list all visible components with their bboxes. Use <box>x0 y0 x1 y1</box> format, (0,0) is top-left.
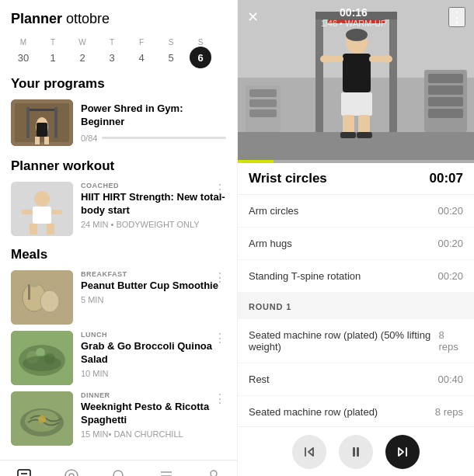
week-day-sat[interactable]: S 5 <box>159 38 183 68</box>
video-timer-area: 00:16 1/46 • WARM-UP <box>321 6 387 28</box>
svg-rect-15 <box>51 210 62 214</box>
meal-tag-lunch: LUNCH <box>81 331 226 339</box>
week-day-wed[interactable]: W 2 <box>70 38 95 68</box>
exercise-value-tspine: 00:20 <box>437 270 463 282</box>
left-panel: Planner ottobre M 30 T 1 W 2 T 3 F <box>0 0 237 476</box>
svg-rect-56 <box>428 109 463 118</box>
meal-thumbnail-lunch <box>11 331 73 385</box>
video-progress-fill <box>238 160 274 163</box>
svg-rect-4 <box>30 109 54 111</box>
exercise-row-tspine[interactable]: Standing T-spine rotation 00:20 <box>238 260 474 293</box>
workout-info: COACHED HIIT HIRT Strength: New total-bo… <box>81 182 226 229</box>
video-area: ✕ 00:16 1/46 • WARM-UP ⋮ <box>238 0 474 163</box>
week-day-sun[interactable]: S 6 <box>188 38 213 68</box>
svg-rect-7 <box>35 137 40 144</box>
workout-meta: 24 MIN • BODYWEIGHT ONLY <box>81 220 226 229</box>
exercise-row-arm-hugs[interactable]: Arm hugs 00:20 <box>238 228 474 260</box>
exercise-value-arm-hugs: 00:20 <box>437 238 463 249</box>
svg-point-38 <box>113 471 123 476</box>
svg-point-21 <box>30 281 39 287</box>
progress-label: 0/84 <box>81 134 97 143</box>
nav-explore[interactable]: Explore <box>95 468 142 476</box>
svg-point-66 <box>320 55 329 63</box>
meal-info-lunch: LUNCH Grab & Go Broccoli Quinoa Salad 10… <box>81 331 226 378</box>
meal-meta-breakfast: 5 MIN <box>81 295 226 304</box>
meal-info-dinner: DINNER Weeknight Pesto & Ricotta Spaghet… <box>81 391 226 439</box>
week-day-mon[interactable]: M 30 <box>11 38 36 68</box>
meal-name-lunch: Grab & Go Broccoli Quinoa Salad <box>81 340 226 367</box>
svg-rect-47 <box>238 132 474 163</box>
exercise-name-seated-row-1: Seated machine row (plated) (50% lifting… <box>249 329 438 353</box>
svg-rect-53 <box>428 74 463 83</box>
video-timer: 00:16 <box>340 6 368 19</box>
exercise-name-arm-circles: Arm circles <box>249 205 298 217</box>
next-button[interactable] <box>385 435 420 469</box>
svg-rect-14 <box>22 210 33 214</box>
nav-planner[interactable]: Planner <box>0 468 47 476</box>
exercise-row-seated-row-1[interactable]: Seated machine row (plated) (50% lifting… <box>238 319 474 363</box>
video-more-button[interactable]: ⋮ <box>448 7 465 27</box>
meal-thumbnail-dinner <box>11 391 73 446</box>
svg-point-67 <box>383 55 392 63</box>
workout-menu-icon[interactable]: ⋮ <box>214 182 226 196</box>
meal-menu-icon-dinner[interactable]: ⋮ <box>214 391 226 406</box>
svg-rect-11 <box>33 207 51 224</box>
week-day-fri[interactable]: F 4 <box>129 38 154 68</box>
svg-rect-71 <box>340 132 356 138</box>
program-info: Power Shred in Gym: Beginner 0/84 <box>81 102 226 143</box>
programs-nav-icon <box>64 468 79 476</box>
svg-point-10 <box>34 191 50 207</box>
meal-card-lunch[interactable]: LUNCH Grab & Go Broccoli Quinoa Salad 10… <box>11 331 226 385</box>
meal-thumbnail-breakfast <box>11 270 73 325</box>
app-container: Planner ottobre M 30 T 1 W 2 T 3 F <box>0 0 474 476</box>
meal-menu-icon-breakfast[interactable]: ⋮ <box>214 270 226 285</box>
program-card[interactable]: Power Shred in Gym: Beginner 0/84 <box>11 99 226 146</box>
svg-rect-69 <box>343 115 354 134</box>
month-label: ottobre <box>66 11 110 26</box>
week-day-tue[interactable]: T 1 <box>40 38 65 68</box>
round-header: ROUND 1 <box>238 293 474 319</box>
meal-meta-dinner: 15 MIN• DAN CHURCHILL <box>81 429 226 439</box>
exercise-row-arm-circles[interactable]: Arm circles 00:20 <box>238 195 474 228</box>
shopping-nav-icon <box>159 468 174 476</box>
exercise-name-seated-row-2: Seated machine row (plated) <box>249 406 378 418</box>
playback-controls <box>238 426 474 476</box>
exercise-row-seated-row-2[interactable]: Seated machine row (plated) 8 reps <box>238 396 474 426</box>
workout-name: HIIT HIRT Strength: New total-body start <box>81 191 226 217</box>
pause-button[interactable] <box>339 435 373 469</box>
svg-rect-58 <box>249 89 277 97</box>
programs-section: Your programs <box>0 76 237 158</box>
svg-rect-2 <box>26 107 30 138</box>
nav-profile[interactable]: Profile <box>190 468 237 476</box>
svg-point-43 <box>211 471 217 476</box>
video-progress-bar <box>238 160 474 163</box>
exercise-value-seated-row-2: 8 reps <box>435 406 463 418</box>
profile-nav-icon <box>206 468 221 476</box>
explore-nav-icon <box>111 468 127 476</box>
bottom-nav: Planner Programs Explore Shopping List <box>0 460 237 476</box>
meal-card-breakfast[interactable]: BREAKFAST Peanut Butter Cup Smoothie 5 M… <box>11 270 226 325</box>
exercise-row-rest[interactable]: Rest 00:40 <box>238 363 474 396</box>
workout-tag: COACHED <box>81 182 226 189</box>
planner-header: Planner ottobre <box>0 0 237 33</box>
video-close-button[interactable]: ✕ <box>247 9 259 26</box>
svg-rect-6 <box>37 123 47 137</box>
svg-rect-68 <box>341 92 372 116</box>
exercise-title-bar: Wrist circles 00:07 <box>238 163 474 195</box>
workout-card[interactable]: COACHED HIIT HIRT Strength: New total-bo… <box>11 182 226 236</box>
meal-card-dinner[interactable]: DINNER Weeknight Pesto & Ricotta Spaghet… <box>11 391 226 446</box>
meal-menu-icon-lunch[interactable]: ⋮ <box>214 331 226 346</box>
exercise-name-tspine: Standing T-spine rotation <box>249 270 361 282</box>
nav-shopping[interactable]: Shopping List <box>142 468 190 476</box>
meal-meta-lunch: 10 MIN <box>81 369 226 378</box>
svg-rect-20 <box>28 284 30 300</box>
prev-button[interactable] <box>292 435 326 469</box>
meal-name-dinner: Weeknight Pesto & Ricotta Spaghetti <box>81 401 226 427</box>
nav-programs[interactable]: Programs <box>47 468 95 476</box>
meal-name-breakfast: Peanut Butter Cup Smoothie <box>81 280 226 293</box>
week-day-thu[interactable]: T 3 <box>99 38 124 68</box>
svg-rect-74 <box>357 447 359 457</box>
programs-section-title: Your programs <box>11 76 226 92</box>
svg-rect-60 <box>249 109 277 117</box>
svg-rect-72 <box>357 132 372 138</box>
